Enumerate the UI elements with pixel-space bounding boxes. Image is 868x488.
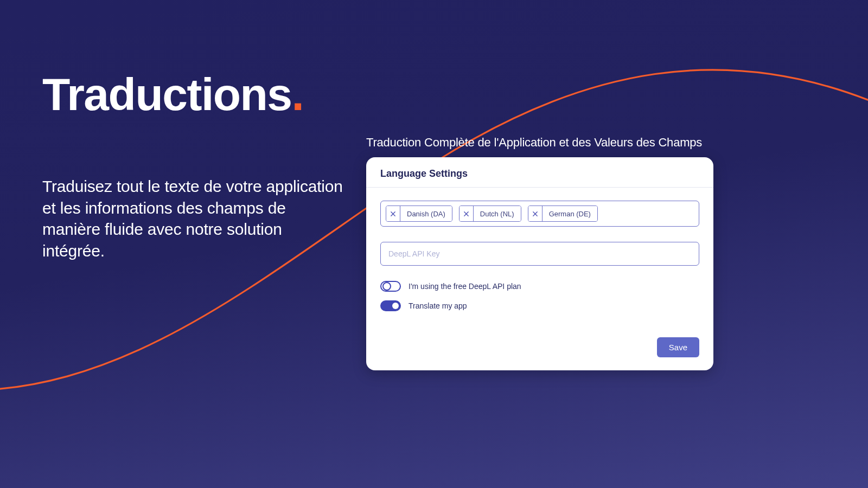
page-title: Traductions. [42,72,346,117]
language-chip-input[interactable]: Danish (DA) Dutch (NL) German (DE) [380,201,699,227]
card-title: Language Settings [380,168,699,179]
page-blurb: Traduisez tout le texte de votre applica… [42,176,346,261]
remove-language-icon[interactable] [459,206,474,221]
language-chip-label: Danish (DA) [400,206,452,221]
remove-language-icon[interactable] [386,206,400,221]
language-chip: Dutch (NL) [459,206,521,222]
free-plan-toggle-label: I'm using the free DeepL API plan [409,282,521,291]
panel-subtitle: Traduction Complète de l'Application et … [366,136,724,150]
page-title-dot: . [292,69,304,120]
save-button[interactable]: Save [657,337,699,357]
language-chip-label: German (DE) [542,206,597,221]
free-plan-toggle[interactable] [380,281,401,292]
language-chip-label: Dutch (NL) [474,206,521,221]
language-chip: German (DE) [528,206,598,222]
translate-app-toggle[interactable] [380,300,401,311]
deepl-api-key-input[interactable] [380,242,699,266]
translate-app-toggle-label: Translate my app [409,301,467,310]
remove-language-icon[interactable] [528,206,542,221]
language-chip: Danish (DA) [386,206,452,222]
page-title-text: Traductions [42,69,292,120]
language-settings-card: Language Settings Danish (DA) Dutch (NL) [366,157,713,370]
